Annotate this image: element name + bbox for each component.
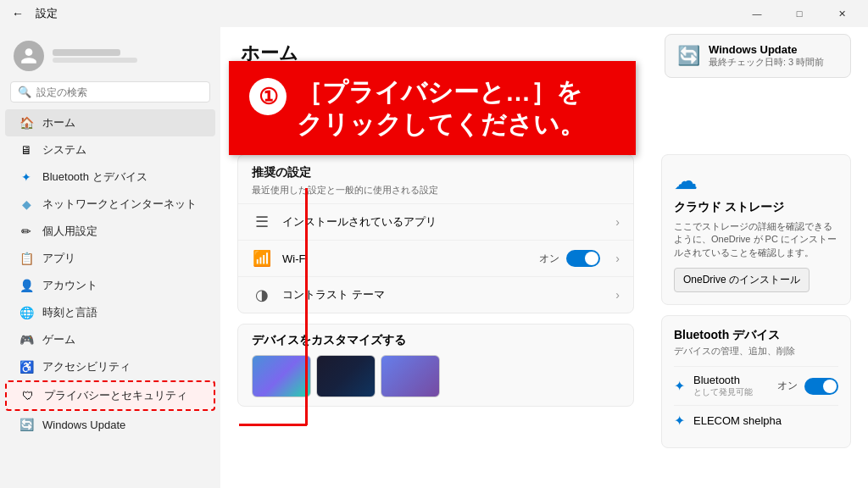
content-area: 🔍 🏠 ホーム 🖥 システム ✦ Bluetooth とデバイス ◆ ネットワー…: [0, 27, 868, 488]
left-column: 推奨の設定 最近使用した設定と一般的に使用される設定 ☰ インストールされている…: [237, 154, 634, 448]
wifi-arrow-icon: ›: [615, 252, 620, 265]
bluetooth-device-icon-1: ✦: [674, 378, 685, 394]
sidebar-item-label: ホーム: [42, 115, 75, 130]
update-title: Windows Update: [709, 43, 824, 56]
bluetooth-device-1[interactable]: ✦ Bluetooth として発見可能 オン: [674, 366, 838, 405]
customize-section: デバイスをカスタマイズする: [237, 324, 634, 407]
update-status: 最終チェック日時: 3 時間前: [709, 56, 824, 69]
bluetooth-card: Bluetooth デバイス デバイスの管理、追加、削除 ✦ Bluetooth…: [661, 315, 851, 448]
recommended-section: 推奨の設定 最近使用した設定と一般的に使用される設定 ☰ インストールされている…: [237, 154, 634, 313]
sidebar-item-apps[interactable]: 📋 アプリ: [5, 245, 215, 272]
sidebar-item-privacy[interactable]: 🛡 プライバシーとセキュリティ: [5, 380, 215, 411]
bluetooth-toggle[interactable]: [804, 378, 838, 395]
cloud-desc: ここでストレージの詳細を確認できるように、OneDrive が PC にインスト…: [674, 220, 838, 259]
apps-list-icon: ☰: [252, 213, 272, 231]
search-icon: 🔍: [18, 86, 31, 98]
customize-img-3[interactable]: [381, 355, 440, 397]
accounts-icon: 👤: [19, 278, 34, 293]
sidebar-item-gaming[interactable]: 🎮 ゲーム: [5, 326, 215, 353]
cloud-install-button[interactable]: OneDrive のインストール: [674, 268, 810, 292]
sidebar-item-label: プライバシーとセキュリティ: [44, 388, 187, 403]
user-name: [53, 49, 120, 56]
sidebar-item-label: Windows Update: [42, 419, 125, 431]
privacy-icon: 🛡: [20, 388, 36, 403]
user-email: [53, 58, 137, 63]
cloud-title: クラウド ストレージ: [674, 200, 838, 215]
titlebar-controls: — □ ✕: [737, 0, 861, 27]
sidebar-item-label: アクセシビリティ: [42, 359, 131, 374]
bluetooth-device-icon-2: ✦: [674, 413, 685, 429]
back-button[interactable]: ←: [7, 7, 29, 20]
customize-img-2[interactable]: [316, 355, 376, 397]
wifi-toggle-container: オン: [539, 250, 600, 267]
contrast-arrow-icon: ›: [615, 288, 620, 302]
update-refresh-icon: 🔄: [677, 45, 700, 67]
bluetooth-toggle-container: オン: [777, 378, 838, 395]
sidebar-item-network[interactable]: ◆ ネットワークとインターネット: [5, 191, 215, 218]
update-info: Windows Update 最終チェック日時: 3 時間前: [709, 43, 824, 69]
close-button[interactable]: ✕: [822, 0, 861, 27]
sidebar-item-label: 時刻と言語: [42, 305, 97, 320]
recommended-title: 推奨の設定: [238, 155, 633, 184]
bluetooth-card-subtitle: デバイスの管理、追加、削除: [674, 345, 838, 358]
sidebar-item-personalization[interactable]: ✏ 個人用設定: [5, 218, 215, 245]
user-info: [53, 49, 137, 63]
settings-window: ← 設定 — □ ✕ 🔍: [0, 0, 868, 488]
sidebar-item-label: ゲーム: [42, 332, 75, 347]
maximize-button[interactable]: □: [780, 0, 819, 27]
annotation-text: ［プライバシーと…］を クリックしてください。: [297, 76, 585, 140]
sidebar-item-label: ネットワークとインターネット: [42, 197, 197, 212]
apps-item[interactable]: ☰ インストールされているアプリ ›: [238, 203, 633, 240]
time-icon: 🌐: [19, 305, 34, 320]
sidebar-item-bluetooth[interactable]: ✦ Bluetooth とデバイス: [5, 164, 215, 191]
avatar: [14, 41, 44, 71]
sidebar-item-label: Bluetooth とデバイス: [42, 169, 147, 185]
customize-img-1[interactable]: [252, 355, 311, 397]
home-icon: 🏠: [19, 115, 34, 130]
apps-arrow-icon: ›: [615, 215, 620, 229]
bluetooth-card-title: Bluetooth デバイス: [674, 328, 838, 343]
sidebar-item-label: アカウント: [42, 278, 97, 293]
contrast-icon: ◑: [252, 286, 272, 304]
annotation-horizontal-line: [239, 424, 307, 426]
sidebar-item-accounts[interactable]: 👤 アカウント: [5, 272, 215, 299]
bluetooth-device-info-2: ELECOM shelpha: [693, 414, 838, 427]
wifi-toggle-label: オン: [539, 252, 559, 266]
sidebar-item-system[interactable]: 🖥 システム: [5, 136, 215, 164]
sidebar: 🔍 🏠 ホーム 🖥 システム ✦ Bluetooth とデバイス ◆ ネットワー…: [0, 27, 220, 488]
sidebar-item-home[interactable]: 🏠 ホーム: [5, 109, 215, 136]
gaming-icon: 🎮: [19, 332, 34, 347]
search-box[interactable]: 🔍: [10, 81, 210, 103]
sidebar-item-accessibility[interactable]: ♿ アクセシビリティ: [5, 353, 215, 380]
sidebar-item-label: 個人用設定: [42, 224, 97, 239]
search-input[interactable]: [36, 86, 203, 98]
bluetooth-device-2[interactable]: ✦ ELECOM shelpha: [674, 405, 838, 435]
window-title: 設定: [36, 6, 58, 21]
annotation-number: ①: [249, 78, 287, 115]
sidebar-item-update[interactable]: 🔄 Windows Update: [5, 411, 215, 438]
bluetooth-device-name-1: Bluetooth: [693, 374, 769, 386]
wifi-label: Wi-Fi: [282, 252, 529, 265]
sidebar-item-label: システム: [42, 142, 86, 158]
wifi-item[interactable]: 📶 Wi-Fi オン ›: [238, 240, 633, 276]
minimize-button[interactable]: —: [737, 0, 776, 27]
annotation-vertical-line: [305, 188, 308, 425]
contrast-item[interactable]: ◑ コントラスト テーマ ›: [238, 276, 633, 313]
user-section: [0, 34, 220, 81]
apps-label: インストールされているアプリ: [282, 214, 605, 230]
wifi-icon: 📶: [252, 249, 272, 268]
bluetooth-icon: ✦: [19, 169, 34, 185]
bluetooth-device-status-1: として発見可能: [693, 386, 769, 398]
wifi-toggle[interactable]: [566, 250, 600, 267]
update-card[interactable]: 🔄 Windows Update 最終チェック日時: 3 時間前: [665, 34, 851, 78]
sidebar-item-time[interactable]: 🌐 時刻と言語: [5, 299, 215, 326]
system-icon: 🖥: [19, 142, 34, 158]
titlebar: ← 設定 — □ ✕: [0, 0, 868, 27]
contrast-label: コントラスト テーマ: [282, 287, 605, 302]
recommended-subtitle: 最近使用した設定と一般的に使用される設定: [238, 184, 633, 203]
bluetooth-device-name-2: ELECOM shelpha: [693, 414, 838, 427]
titlebar-left: ← 設定: [7, 6, 58, 21]
cloud-icon: ☁: [674, 167, 838, 195]
network-icon: ◆: [19, 197, 34, 212]
accessibility-icon: ♿: [19, 359, 34, 374]
